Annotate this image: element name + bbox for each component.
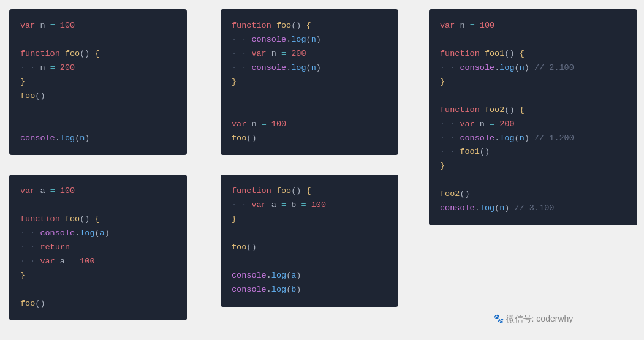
code-line: · · var n = 200 xyxy=(232,47,387,61)
code-line: var n = 100 xyxy=(440,19,626,33)
code-line xyxy=(232,255,387,269)
code-line: function foo() { xyxy=(20,213,176,227)
code-line: } xyxy=(440,159,626,173)
code-line: · · n = 200 xyxy=(20,61,176,75)
code-line: var a = 100 xyxy=(20,184,176,198)
watermark: 🐾 微信号: coderwhy xyxy=(429,314,637,325)
code-panel-4: var a = 100 function foo() {· · console.… xyxy=(9,175,187,320)
code-panel-3: var n = 100 function foo1() {· · console… xyxy=(429,9,637,225)
code-line: · · return xyxy=(20,241,176,255)
code-line: console.log(n) xyxy=(20,132,176,146)
code-line: function foo() { xyxy=(232,19,387,33)
code-line: foo() xyxy=(20,89,176,104)
code-line: console.log(b) xyxy=(232,283,387,297)
code-line xyxy=(440,173,626,187)
code-panel-5: function foo() {· · var a = b = 100} foo… xyxy=(221,175,398,307)
code-line: function foo() { xyxy=(20,47,176,61)
code-line: · · var a = b = 100 xyxy=(232,198,387,213)
code-line xyxy=(20,283,176,297)
code-line: function foo1() { xyxy=(440,47,626,61)
code-line: } xyxy=(232,75,387,89)
code-line: function foo2() { xyxy=(440,104,626,118)
code-line: · · console.log(n) // 1.200 xyxy=(440,132,626,146)
code-panel-1: var n = 100 function foo() {· · n = 200}… xyxy=(9,9,187,155)
code-line: console.log(a) xyxy=(232,269,387,283)
code-line xyxy=(232,104,387,118)
code-line xyxy=(232,89,387,104)
code-line: function foo() { xyxy=(232,184,387,198)
code-line xyxy=(440,89,626,104)
code-line: } xyxy=(440,75,626,89)
code-line: } xyxy=(232,213,387,227)
code-panel-2: function foo() {· · console.log(n)· · va… xyxy=(221,9,398,155)
code-line: · · foo1() xyxy=(440,145,626,159)
code-line: } xyxy=(20,269,176,283)
watermark-icon: 🐾 xyxy=(493,314,504,323)
code-line: foo() xyxy=(232,241,387,255)
code-line: var n = 100 xyxy=(20,19,176,33)
code-line: foo() xyxy=(232,132,387,146)
watermark-text: 微信号: coderwhy xyxy=(506,314,574,323)
code-line: · · var n = 200 xyxy=(440,118,626,132)
code-line xyxy=(232,227,387,241)
code-line xyxy=(20,33,176,47)
code-line: foo() xyxy=(20,297,176,311)
code-line xyxy=(20,118,176,132)
code-line: var n = 100 xyxy=(232,118,387,132)
code-line: · · console.log(n) // 2.100 xyxy=(440,61,626,75)
code-line: } xyxy=(20,75,176,89)
code-line xyxy=(20,198,176,213)
code-line: · · console.log(a) xyxy=(20,227,176,241)
code-line: · · console.log(n) xyxy=(232,33,387,47)
code-line: · · console.log(n) xyxy=(232,61,387,75)
code-line xyxy=(20,104,176,118)
code-line: foo2() xyxy=(440,187,626,202)
code-line: · · var a = 100 xyxy=(20,255,176,269)
code-line: console.log(n) // 3.100 xyxy=(440,202,626,216)
code-line xyxy=(440,33,626,47)
